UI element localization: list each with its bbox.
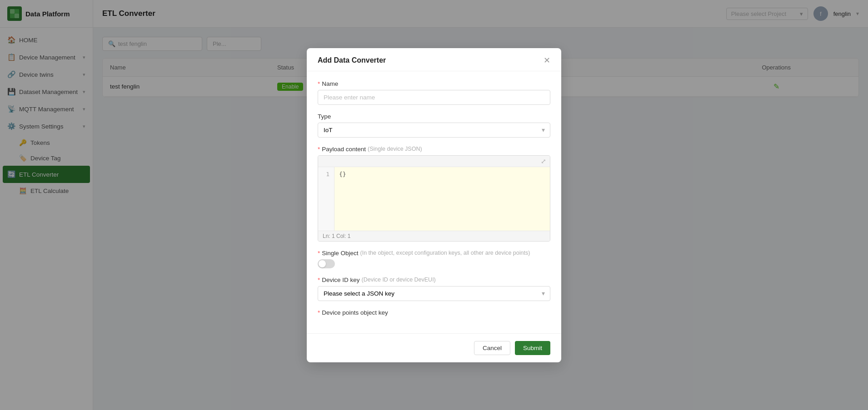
modal-footer: Cancel Submit [307,333,561,362]
name-label: * Name [318,80,550,87]
editor-status: Ln: 1 Col: 1 [318,231,550,241]
code-editor-body: 1 {} [318,167,550,231]
toggle-wrapper [318,259,550,268]
code-editor: ⤢ 1 {} Ln: 1 Col: 1 [318,155,550,242]
required-indicator: * [318,146,320,153]
code-line: {} [339,171,545,178]
device-id-key-hint: (Device ID or device DevEUI) [362,277,436,283]
name-input[interactable] [318,90,550,105]
device-points-label: * Device points object key [318,309,550,316]
form-group-payload: * Payload content (Single device JSON) ⤢… [318,146,550,242]
required-indicator: * [318,250,320,257]
cancel-button[interactable]: Cancel [474,341,510,355]
required-indicator: * [318,309,320,316]
form-group-device-points: * Device points object key [318,309,550,316]
payload-hint: (Single device JSON) [368,146,422,152]
code-content[interactable]: {} [334,167,550,231]
submit-button[interactable]: Submit [515,341,550,355]
modal: Add Data Converter ✕ * Name Type IoT [307,48,561,362]
modal-header: Add Data Converter ✕ [307,48,561,71]
single-object-label: * Single Object (In the object, except c… [318,250,550,257]
modal-body: * Name Type IoT * P [307,71,561,333]
expand-icon[interactable]: ⤢ [541,158,546,165]
modal-overlay: Add Data Converter ✕ * Name Type IoT [0,0,868,410]
device-id-key-label: * Device ID key (Device ID or device Dev… [318,277,550,283]
type-select-wrapper: IoT [318,123,550,138]
toggle-thumb [319,260,326,267]
required-indicator: * [318,277,320,283]
type-select[interactable]: IoT [318,123,550,138]
required-indicator: * [318,80,320,87]
close-button[interactable]: ✕ [544,56,550,64]
modal-title: Add Data Converter [318,56,386,64]
single-object-hint: (In the object, except configuration key… [360,250,530,256]
single-object-toggle[interactable] [318,259,335,268]
type-label: Type [318,113,550,120]
form-group-type: Type IoT [318,113,550,138]
code-editor-toolbar: ⤢ [318,156,550,167]
device-id-key-select-wrapper: Please select a JSON key [318,286,550,301]
line-number: 1 [323,171,329,178]
form-group-single-object: * Single Object (In the object, except c… [318,250,550,268]
device-id-key-select[interactable]: Please select a JSON key [318,286,550,301]
form-group-name: * Name [318,80,550,105]
payload-label: * Payload content (Single device JSON) [318,146,550,153]
form-group-device-id-key: * Device ID key (Device ID or device Dev… [318,277,550,301]
line-numbers: 1 [318,167,334,231]
